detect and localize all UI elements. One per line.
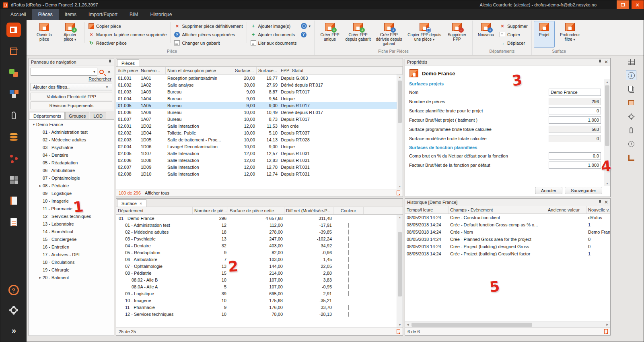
surface-row[interactable]: 12 - Services techniques 10 78,00 -28,13 <box>116 311 397 317</box>
column-header[interactable]: Diff net (Modélisée-P... <box>284 207 333 214</box>
room-row[interactable]: 01.005 1A05 Bureau 9,00 9,00 Depuis RT.0… <box>116 102 397 109</box>
tree-item[interactable]: 03 - Psychiatrie <box>29 143 114 151</box>
room-row[interactable]: 01.001 1A01 Reception patients/admin 20,… <box>116 75 397 81</box>
add-documents-button[interactable]: +Ajouter documents <box>249 31 298 38</box>
scrollbar-thumb[interactable] <box>398 81 402 123</box>
tree-item[interactable]: 14 - Biomédical <box>29 228 114 235</box>
room-row[interactable]: 02.001 1D02 Salle Interaction 12,00 11,5… <box>116 122 397 129</box>
ribbon-tab[interactable]: Pièces <box>32 9 59 20</box>
delete-fpp-button[interactable]: – Supprimer FPP <box>444 21 470 48</box>
surface-row[interactable]: 08.0A - Aile A 5 107,00 -0,95 <box>116 283 397 290</box>
create-fpp-from-template-button[interactable]: + Créer FPP depuis gabarit <box>344 21 372 48</box>
pin-icon[interactable] <box>108 60 112 64</box>
surface-row[interactable]: 11 - Pharmacie 9 176,00 -33,70 <box>116 304 397 311</box>
rail-reports-icon[interactable] <box>6 215 21 229</box>
close-panel-icon[interactable]: ✕ <box>604 200 608 205</box>
surface-row[interactable]: 07 - Ophtalmologie 13 144,00 22,05 <box>116 263 397 269</box>
ribbon-tab[interactable]: Historique <box>144 9 178 20</box>
new-department-button[interactable]: + Nouveau <box>475 21 497 48</box>
tree-item[interactable]: 19 - Chirurgie <box>29 266 114 274</box>
tree-expander-icon[interactable]: ▸ <box>38 184 43 188</box>
tree-expander-icon[interactable]: ▾ <box>31 122 36 126</box>
link-documents-button[interactable]: Lier aux documents <box>249 39 298 46</box>
column-header[interactable]: Surface... <box>257 67 279 74</box>
surface-row[interactable]: 01 - Demo France 296 4 657,68 -311,48 <box>116 215 397 222</box>
room-row[interactable]: 01.003 1A03 Bureau 9,00 8,87 Depuis RT.0… <box>116 88 397 95</box>
column-header[interactable]: #clé pièce <box>116 67 139 74</box>
rail-components-icon[interactable] <box>6 87 21 101</box>
scrollbar-thumb[interactable] <box>412 323 532 327</box>
tree-item[interactable]: 06 - Ambulatoire <box>29 166 114 174</box>
close-panel-icon[interactable]: ✕ <box>604 60 608 64</box>
close-button[interactable]: ✕ <box>632 0 644 9</box>
rail-rooms-icon[interactable] <box>6 23 21 37</box>
measure-ruler-icon[interactable] <box>626 153 636 162</box>
show-deleted-rooms-button[interactable]: ×Afficher pièces supprimées <box>173 31 244 38</box>
history-row[interactable]: 08/05/2018 14:24 Crée - Project (buildin… <box>405 250 610 257</box>
tree-item[interactable]: 01 - Administration test <box>29 128 114 136</box>
room-row[interactable]: 02.005 1D07 Salle Interaction 12,00 12,5… <box>116 150 397 157</box>
history-row[interactable]: 08/05/2018 14:24 Crée - Construction cli… <box>405 214 610 221</box>
tree-item[interactable]: 07 - Ophtalmologie <box>29 174 114 182</box>
room-row[interactable]: 02.003 1D05 Salle de traitement - Proc..… <box>116 136 397 143</box>
tree-item[interactable]: ▸ 20 - Batiment <box>29 274 114 281</box>
ribbon-tab[interactable]: Items <box>59 9 82 20</box>
surface-row[interactable]: 09 - Logistique 39 695,00 2,91 <box>116 290 397 297</box>
surface-row[interactable]: 06 - Ambulatoire 7 103,00 -1,45 <box>116 256 397 263</box>
tree-item[interactable]: 11 - Pharmacie <box>29 205 114 212</box>
room-row[interactable]: 02.004 1D06 Lavage/ Decontamination 10,0… <box>116 143 397 150</box>
navigation-tab[interactable]: Groupes <box>65 112 89 119</box>
saved-filter-button[interactable]: Validation Electricité FPP <box>31 93 112 100</box>
tree-item[interactable]: 04 - Dentaire <box>29 151 114 159</box>
navigation-tab[interactable]: LOD <box>90 112 106 119</box>
column-header[interactable]: Nouvelle v... <box>586 206 610 213</box>
rail-data-icon[interactable] <box>6 129 21 144</box>
room-row[interactable]: 01.002 1A02 Salle analyse 30,00 27,69 Dé… <box>116 81 397 88</box>
info-icon[interactable]: i <box>626 70 636 80</box>
rail-items-icon[interactable] <box>6 44 21 58</box>
help-button[interactable]: ? <box>299 31 313 38</box>
scrollbar-thumb[interactable] <box>605 85 609 146</box>
clear-search-icon[interactable]: × <box>106 69 112 75</box>
tree-item[interactable]: 02 - Médecine adultes <box>29 136 114 143</box>
search-input[interactable] <box>31 68 91 75</box>
help-circle-icon[interactable]: ? <box>6 283 21 297</box>
room-row[interactable]: 02.002 1D04 Toilette, Public 10,00 5,10 … <box>116 129 397 136</box>
tab-surface[interactable]: Surface× <box>117 199 146 207</box>
search-icon[interactable] <box>99 70 104 74</box>
rail-attachments-icon[interactable] <box>6 108 21 122</box>
history-clock-icon[interactable] <box>626 139 636 149</box>
rail-activity-icon[interactable] <box>6 151 21 165</box>
minimize-button[interactable]: – <box>602 0 614 9</box>
maximize-button[interactable] <box>617 0 629 9</box>
column-header[interactable]: Temps/Heure <box>405 206 449 213</box>
settings-gear-icon[interactable] <box>6 303 21 317</box>
room-row[interactable]: 02.007 1D09 Salle Interaction 12,00 12,7… <box>116 164 397 170</box>
tree-expander-icon[interactable]: ▸ <box>38 276 43 280</box>
column-header[interactable]: Nombre de piè... <box>193 207 228 214</box>
add-images-button[interactable]: +Ajouter image(s) <box>249 23 298 29</box>
room-row[interactable]: 02.006 1D08 Salle Interaction 12,00 12,8… <box>116 157 397 164</box>
column-header[interactable]: Ancienne valeur <box>546 206 586 213</box>
close-tab-icon[interactable]: × <box>140 201 142 206</box>
table-view-icon[interactable] <box>626 57 636 66</box>
column-header[interactable]: Champs - Evènement <box>449 206 546 213</box>
column-header[interactable]: FPP: Statut <box>279 67 403 74</box>
saved-filter-button[interactable]: Révision Equipements <box>31 102 112 109</box>
scrollbar-thumb[interactable] <box>398 232 402 296</box>
open-room-button[interactable]: Ouvrir la pièce <box>32 21 57 48</box>
export-corner-icon[interactable] <box>397 191 400 195</box>
surface-row[interactable]: 04 - Dentaire 32 403,00 34,92 <box>116 242 397 249</box>
copy-fpp-from-room-button[interactable]: ❐ Copier FPP depuis une pièce ▾ <box>406 21 443 48</box>
export-corner-icon[interactable] <box>604 329 608 334</box>
surface-row[interactable]: 02 - Médecine adultes 18 278,00 -39,85 <box>116 228 397 235</box>
tree-item[interactable]: 12 - Services techniques <box>29 212 114 220</box>
item-box-icon[interactable] <box>626 98 636 108</box>
column-header[interactable]: Département <box>116 207 193 214</box>
rail-catalog-icon[interactable] <box>6 193 21 208</box>
surface-row[interactable]: 08 - Pédiatrie 15 214,00 2,88 <box>116 269 397 276</box>
property-value-input[interactable]: 563 <box>549 126 601 133</box>
create-fpp-unique-button[interactable]: + Créer FPP unique <box>317 21 343 48</box>
tab-pieces[interactable]: Pièces <box>117 59 139 66</box>
room-row[interactable]: 01.007 1A07 Bureau 10,00 8,73 Depuis RT.… <box>116 116 397 122</box>
